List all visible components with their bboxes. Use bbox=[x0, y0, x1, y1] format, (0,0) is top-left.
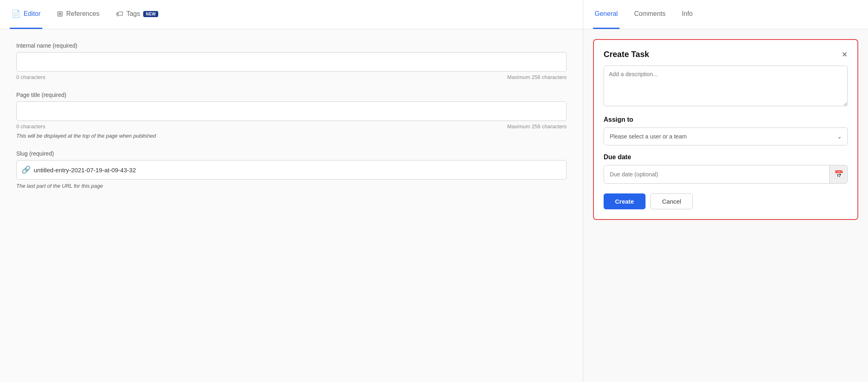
slug-input[interactable] bbox=[34, 167, 561, 173]
due-date-label: Due date bbox=[604, 154, 848, 161]
references-icon: ⊞ bbox=[57, 9, 63, 18]
app-container: 📄 Editor ⊞ References 🏷 Tags NEW Interna… bbox=[0, 0, 868, 382]
tab-comments-label: Comments bbox=[634, 10, 665, 18]
tab-info[interactable]: Info bbox=[680, 0, 694, 29]
slug-hint: The last part of the URL for this page bbox=[16, 183, 567, 189]
create-button[interactable]: Create bbox=[604, 193, 646, 209]
tab-comments[interactable]: Comments bbox=[632, 0, 667, 29]
tab-info-label: Info bbox=[682, 10, 693, 18]
slug-input-wrapper: 🔗 bbox=[16, 160, 567, 180]
cancel-button[interactable]: Cancel bbox=[650, 193, 693, 209]
tab-references-label: References bbox=[66, 10, 100, 18]
task-header: Create Task ✕ bbox=[604, 50, 848, 59]
assign-to-wrapper: Please select a user or a team ⌄ bbox=[604, 127, 848, 145]
tab-references[interactable]: ⊞ References bbox=[55, 0, 101, 29]
page-title-hint: This will be displayed at the top of the… bbox=[16, 133, 567, 139]
tab-tags-label: Tags bbox=[126, 10, 140, 18]
task-panel: Create Task ✕ Assign to Please select a … bbox=[593, 39, 858, 220]
left-panel: 📄 Editor ⊞ References 🏷 Tags NEW Interna… bbox=[0, 0, 583, 382]
tab-tags[interactable]: 🏷 Tags NEW bbox=[114, 0, 160, 29]
right-panel: General Comments Info Create Task ✕ Assi… bbox=[583, 0, 868, 382]
page-title-meta: 0 characters Maximum 256 characters bbox=[16, 123, 567, 130]
tags-icon: 🏷 bbox=[116, 10, 123, 18]
right-content: Create Task ✕ Assign to Please select a … bbox=[583, 29, 868, 382]
slug-link-icon: 🔗 bbox=[22, 165, 31, 174]
internal-name-label: Internal name (required) bbox=[16, 42, 567, 49]
editor-icon: 📄 bbox=[11, 9, 20, 18]
tags-new-badge: NEW bbox=[143, 11, 158, 17]
internal-name-group: Internal name (required) 0 characters Ma… bbox=[16, 42, 567, 80]
tab-general[interactable]: General bbox=[593, 0, 619, 29]
tab-editor[interactable]: 📄 Editor bbox=[10, 0, 42, 29]
page-title-char-count: 0 characters bbox=[16, 123, 46, 130]
assign-to-select[interactable]: Please select a user or a team bbox=[604, 127, 848, 145]
action-buttons: Create Cancel bbox=[604, 193, 848, 209]
slug-label: Slug (required) bbox=[16, 150, 567, 157]
due-date-input[interactable] bbox=[604, 165, 829, 183]
internal-name-meta: 0 characters Maximum 256 characters bbox=[16, 74, 567, 80]
due-date-wrapper: 📅 bbox=[604, 165, 848, 184]
internal-name-max-chars: Maximum 256 characters bbox=[507, 74, 567, 80]
left-content: Internal name (required) 0 characters Ma… bbox=[0, 29, 583, 382]
slug-group: Slug (required) 🔗 The last part of the U… bbox=[16, 150, 567, 189]
internal-name-input[interactable] bbox=[16, 52, 567, 72]
tab-general-label: General bbox=[595, 10, 618, 18]
task-title: Create Task bbox=[604, 50, 649, 59]
page-title-max-chars: Maximum 256 characters bbox=[507, 123, 567, 130]
assign-to-label: Assign to bbox=[604, 116, 848, 123]
page-title-input[interactable] bbox=[16, 101, 567, 121]
calendar-button[interactable]: 📅 bbox=[829, 165, 847, 183]
internal-name-char-count: 0 characters bbox=[16, 74, 46, 80]
right-tab-bar: General Comments Info bbox=[583, 0, 868, 29]
tab-editor-label: Editor bbox=[24, 10, 41, 18]
left-tab-bar: 📄 Editor ⊞ References 🏷 Tags NEW bbox=[0, 0, 583, 29]
close-button[interactable]: ✕ bbox=[842, 51, 848, 58]
page-title-group: Page title (required) 0 characters Maxim… bbox=[16, 92, 567, 139]
description-textarea[interactable] bbox=[604, 66, 848, 106]
page-title-label: Page title (required) bbox=[16, 92, 567, 98]
